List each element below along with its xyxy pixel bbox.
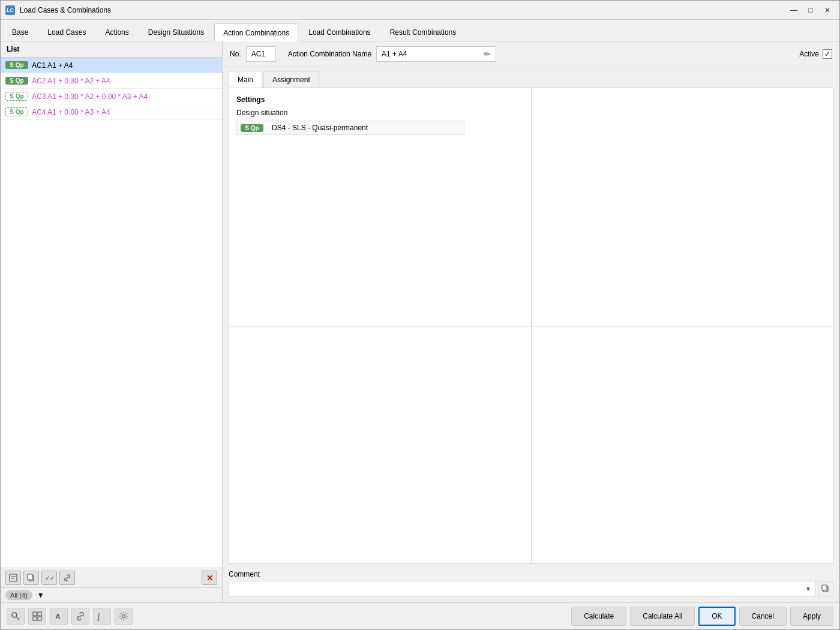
tab-load-combinations[interactable]: Load Combinations [299, 23, 379, 41]
situation-text: DS4 - SLS - Quasi-permanent [272, 124, 368, 132]
item-text-1: AC1 A1 + A4 [32, 61, 73, 70]
calculate-button[interactable]: Calculate [571, 607, 626, 626]
content-area: Settings Design situation S Qp DS4 - SLS… [229, 88, 833, 564]
svg-rect-2 [28, 574, 32, 580]
maximize-button[interactable]: □ [803, 4, 818, 16]
list-header: List [1, 41, 222, 58]
copy-button[interactable] [23, 571, 39, 585]
check-all-button[interactable]: ✓✓ [41, 571, 57, 585]
design-situation-label: Design situation [236, 109, 524, 117]
minimize-button[interactable]: — [787, 4, 801, 16]
delete-button[interactable]: ✕ [202, 571, 217, 585]
name-field-group: Action Combination Name A1 + A4 ✏ [288, 46, 496, 62]
item-text-3: AC3 A1 + 0.30 * A2 + 0.00 * A3 + A4 [32, 92, 148, 101]
settings-icon-button[interactable] [115, 608, 133, 625]
situation-badge: S Qp [241, 124, 263, 132]
edit-icon[interactable]: ✏ [484, 49, 491, 59]
comment-label: Comment [229, 570, 833, 578]
comment-input[interactable]: ▼ [229, 581, 815, 596]
list-item[interactable]: S Qp AC3 A1 + 0.30 * A2 + 0.00 * A3 + A4 [1, 89, 222, 104]
svg-line-7 [17, 617, 20, 620]
titlebar: LC Load Cases & Combinations — □ ✕ [1, 1, 839, 20]
search-icon-button[interactable] [7, 608, 25, 625]
comment-copy-button[interactable] [818, 581, 833, 596]
list-item[interactable]: S Qp AC2 A1 + 0.30 * A2 + A4 [1, 73, 222, 89]
badge-sqp-1: S Qp [5, 61, 28, 69]
text-icon-button[interactable]: A [50, 608, 68, 625]
tab-assignment[interactable]: Assignment [263, 71, 319, 88]
formula-icon-button[interactable]: ∫ [93, 608, 111, 625]
grid-icon-button[interactable] [28, 608, 46, 625]
no-field-group: No. AC1 [230, 46, 276, 62]
no-value: AC1 [246, 46, 276, 62]
inner-tabbar: Main Assignment [223, 67, 839, 88]
situation-badge-row: S Qp DS4 - SLS - Quasi-permanent [236, 121, 464, 135]
tab-design-situations[interactable]: Design Situations [139, 23, 213, 41]
tab-actions[interactable]: Actions [96, 23, 137, 41]
svg-text:∫: ∫ [97, 612, 101, 621]
badge-sqp-2: S Qp [5, 77, 28, 85]
apply-button[interactable]: Apply [790, 607, 833, 626]
main-tabbar: Base Load Cases Actions Design Situation… [1, 20, 839, 41]
link-icon-button[interactable] [71, 608, 89, 625]
tab-action-combinations[interactable]: Action Combinations [214, 23, 298, 41]
badge-sqp-4: S Qp [5, 107, 28, 116]
app-icon: LC [5, 5, 15, 15]
svg-point-14 [122, 615, 125, 618]
add-button[interactable] [5, 571, 21, 585]
badge-sqp-3: S Qp [5, 92, 28, 101]
svg-text:✓✓: ✓✓ [45, 575, 53, 581]
link-button[interactable] [59, 571, 75, 585]
tab-load-cases[interactable]: Load Cases [38, 23, 95, 41]
svg-text:A: A [55, 613, 61, 621]
bottom-left-panel [229, 326, 531, 564]
item-text-4: AC4 A1 + 0.00 * A3 + A4 [32, 108, 110, 116]
svg-rect-9 [38, 612, 41, 616]
tab-main[interactable]: Main [229, 71, 262, 88]
svg-rect-5 [822, 585, 827, 590]
main-window: LC Load Cases & Combinations — □ ✕ Base … [0, 0, 840, 630]
main-content: List S Qp AC1 A1 + A4 S Qp AC2 A1 + 0.30… [1, 41, 839, 602]
comment-dropdown-icon[interactable]: ▼ [805, 586, 811, 592]
bottom-bar: A ∫ Calculate Calculate All OK Cancel Ap… [1, 602, 839, 629]
list-toolbar: ✓✓ ✕ [1, 568, 222, 587]
svg-rect-11 [38, 617, 41, 620]
ok-button[interactable]: OK [698, 607, 735, 626]
window-title: Load Cases & Combinations [20, 6, 787, 14]
svg-point-6 [12, 613, 17, 617]
bottom-right-panel [532, 326, 833, 564]
name-input[interactable]: A1 + A4 ✏ [376, 46, 496, 62]
active-group: Active [799, 49, 832, 59]
cancel-button[interactable]: Cancel [739, 607, 787, 626]
svg-rect-0 [10, 574, 17, 581]
top-right-panel [532, 88, 833, 326]
list-container: S Qp AC1 A1 + A4 S Qp AC2 A1 + 0.30 * A2… [1, 58, 222, 568]
no-label: No. [230, 50, 241, 58]
name-label: Action Combination Name [288, 50, 371, 58]
filter-bar: All (4) ▼ [1, 587, 222, 602]
comment-section: Comment ▼ [223, 570, 839, 602]
tab-base[interactable]: Base [3, 23, 37, 41]
item-text-2: AC2 A1 + 0.30 * A2 + A4 [32, 77, 110, 85]
active-checkbox[interactable] [823, 49, 832, 59]
svg-rect-10 [33, 617, 37, 620]
svg-rect-8 [33, 612, 37, 616]
calculate-all-button[interactable]: Calculate All [630, 607, 695, 626]
settings-panel: Settings Design situation S Qp DS4 - SLS… [229, 88, 531, 326]
left-panel: List S Qp AC1 A1 + A4 S Qp AC2 A1 + 0.30… [1, 41, 223, 602]
settings-title: Settings [236, 95, 524, 104]
list-item[interactable]: S Qp AC4 A1 + 0.00 * A3 + A4 [1, 104, 222, 120]
list-item[interactable]: S Qp AC1 A1 + A4 [1, 58, 222, 73]
right-header: No. AC1 Action Combination Name A1 + A4 … [223, 41, 839, 67]
active-label: Active [799, 50, 819, 58]
close-button[interactable]: ✕ [820, 4, 835, 16]
right-panel: No. AC1 Action Combination Name A1 + A4 … [223, 41, 839, 602]
filter-arrow[interactable]: ▼ [37, 591, 44, 599]
tab-result-combinations[interactable]: Result Combinations [381, 23, 466, 41]
comment-row: ▼ [229, 581, 833, 596]
window-controls: — □ ✕ [787, 4, 835, 16]
filter-badge: All (4) [5, 590, 32, 600]
